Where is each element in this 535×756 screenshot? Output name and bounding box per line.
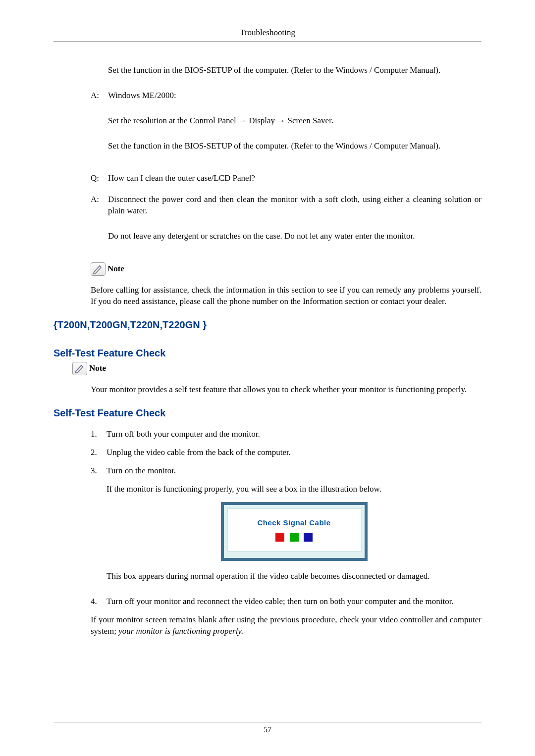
list-item: 4. Turn off your monitor and reconnect t… — [91, 596, 482, 607]
monitor-illustration: Check Signal Cable — [221, 502, 368, 561]
answer-row: A: Windows ME/2000: Set the resolution a… — [91, 90, 482, 166]
question-row: Q: How can I clean the outer case/LCD Pa… — [91, 173, 482, 184]
list-item: 3. Turn on the monitor. If the monitor i… — [91, 465, 482, 589]
body-text: Set the function in the BIOS-SETUP of th… — [108, 65, 482, 76]
answer-label: A: — [91, 194, 108, 256]
page-footer: 57 — [54, 722, 482, 735]
section-heading: Self-Test Feature Check — [54, 406, 482, 420]
prev-answer-continuation: Set the function in the BIOS-SETUP of th… — [108, 65, 482, 76]
note-label: Note — [89, 363, 106, 374]
answer-body: Windows ME/2000: Set the resolution at t… — [108, 90, 482, 166]
body-text: Turn on the monitor. — [107, 465, 482, 477]
header-title: Troubleshooting — [54, 27, 482, 42]
list-number: 2. — [91, 447, 107, 458]
model-heading: {T200N,T200GN,T220N,T220GN } — [54, 318, 482, 332]
note-icon — [72, 362, 87, 375]
body-text: Set the resolution at the Control Panel … — [108, 115, 482, 127]
check-signal-text: Check Signal Cable — [232, 518, 357, 528]
list-item: 2. Unplug the video cable from the back … — [91, 447, 482, 458]
figure: Check Signal Cable — [107, 502, 482, 561]
body-text: Windows ME/2000: — [108, 90, 482, 101]
body-text: Do not leave any detergent or scratches … — [108, 231, 482, 242]
list-body: Unplug the video cable from the back of … — [107, 447, 482, 458]
list-body: Turn off both your computer and the moni… — [107, 429, 482, 440]
note-block: Note — [91, 262, 482, 276]
monitor-screen: Check Signal Cable — [227, 508, 362, 552]
page: Troubleshooting Set the function in the … — [0, 0, 535, 756]
section-heading: Self-Test Feature Check — [54, 347, 482, 360]
body-text: If the monitor is functioning properly, … — [107, 484, 482, 495]
body-text: Set the function in the BIOS-SETUP of th… — [108, 141, 482, 152]
green-square-icon — [290, 533, 299, 542]
list-body: Turn off your monitor and reconnect the … — [107, 596, 482, 607]
closing-paragraph: If your monitor screen remains blank aft… — [91, 614, 482, 637]
question-label: Q: — [91, 173, 108, 184]
closing-italic: your monitor is functioning properly. — [118, 626, 243, 636]
question-body: How can I clean the outer case/LCD Panel… — [108, 173, 482, 184]
body-text: Disconnect the power cord and then clean… — [108, 194, 482, 217]
note-label: Note — [107, 263, 124, 275]
answer-row: A: Disconnect the power cord and then cl… — [91, 194, 482, 256]
list-number: 4. — [91, 596, 107, 607]
note-icon — [91, 262, 106, 276]
list-number: 3. — [91, 465, 107, 589]
note-block: Note — [72, 362, 482, 375]
answer-label: A: — [91, 90, 108, 166]
list-item: 1. Turn off both your computer and the m… — [91, 429, 482, 440]
list-number: 1. — [91, 429, 107, 440]
note-body: Before calling for assistance, check the… — [91, 285, 482, 307]
section-body: Your monitor provides a self test featur… — [91, 384, 482, 396]
rgb-squares — [232, 533, 357, 545]
blue-square-icon — [304, 533, 313, 542]
page-number: 57 — [264, 725, 271, 734]
list-body: Turn on the monitor. If the monitor is f… — [107, 465, 482, 589]
answer-body: Disconnect the power cord and then clean… — [108, 194, 482, 256]
red-square-icon — [275, 533, 284, 542]
body-text: This box appears during normal operation… — [107, 571, 482, 582]
